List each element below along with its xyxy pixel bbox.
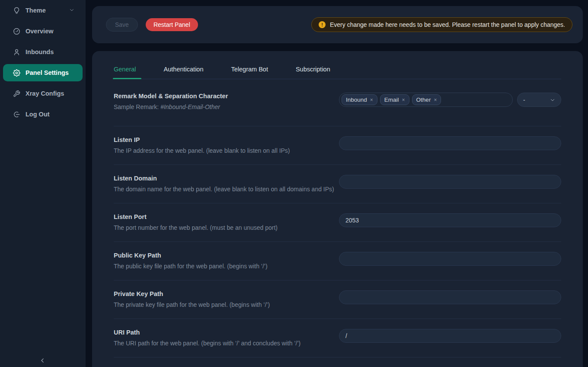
field-label: Private Key Path: [114, 290, 270, 297]
sidebar-collapse-button[interactable]: [38, 356, 48, 365]
sidebar-item-label: Log Out: [26, 111, 50, 118]
sidebar-item-label: Xray Configs: [26, 90, 64, 97]
sidebar-item-log-out[interactable]: Log Out: [0, 106, 86, 123]
sample-remark-value: #Inbound-Email-Other: [160, 103, 220, 110]
tab-telegram-bot[interactable]: Telegram Bot: [231, 61, 268, 79]
tag-label: Email: [384, 97, 399, 103]
listen-ip-input[interactable]: [339, 136, 561, 150]
field-label: Listen Port: [114, 213, 278, 220]
public-key-path-input[interactable]: [339, 252, 561, 266]
sidebar-item-panel-settings[interactable]: Panel Settings: [3, 64, 83, 81]
restart-panel-button[interactable]: Restart Panel: [146, 18, 198, 31]
listen-port-input[interactable]: [339, 213, 561, 227]
sidebar-item-label: Theme: [26, 7, 46, 14]
field-label: URI Path: [114, 329, 300, 336]
field-label: Remark Model & Separation Character: [114, 93, 228, 100]
form-row-private-key-path: Private Key Path The private key file pa…: [114, 280, 561, 319]
field-description: The IP address for the web panel. (leave…: [114, 147, 290, 154]
wrench-icon: [13, 90, 20, 97]
sidebar-item-theme[interactable]: Theme: [0, 2, 86, 19]
sidebar-item-label: Overview: [26, 28, 54, 35]
separator-select-value: -: [523, 97, 525, 103]
chevron-down-icon: [69, 7, 74, 14]
chevron-left-icon: [40, 357, 46, 364]
tab-subscription[interactable]: Subscription: [296, 61, 330, 79]
form-row-listen-port: Listen Port The port number for the web …: [114, 203, 561, 242]
toolbar: Save Restart Panel ! Every change made h…: [92, 6, 583, 43]
user-icon: [13, 48, 20, 56]
sidebar-item-overview[interactable]: Overview: [0, 23, 86, 40]
tag-close-icon[interactable]: ×: [434, 97, 437, 103]
field-description: Sample Remark: #Inbound-Email-Other: [114, 103, 228, 110]
field-description: The port number for the web panel. (must…: [114, 224, 278, 231]
field-label: Listen Domain: [114, 175, 334, 182]
alert-text: Every change made here needs to be saved…: [330, 21, 565, 28]
sidebar-item-label: Inbounds: [26, 48, 54, 55]
gear-icon: [13, 69, 20, 77]
tag-email: Email×: [380, 94, 409, 105]
form-row-remark-model: Remark Model & Separation Character Samp…: [114, 79, 561, 126]
tab-authentication[interactable]: Authentication: [164, 61, 204, 79]
tag-other: Other×: [412, 94, 441, 105]
sample-remark-prefix: Sample Remark:: [114, 103, 160, 110]
field-label: Listen IP: [114, 136, 290, 143]
form-row-listen-domain: Listen Domain The domain name for the we…: [114, 165, 561, 203]
save-button[interactable]: Save: [106, 18, 138, 32]
content-area: Save Restart Panel ! Every change made h…: [86, 0, 588, 367]
restart-warning-alert: ! Every change made here needs to be sav…: [311, 17, 572, 32]
remark-model-tags-input[interactable]: Inbound× Email× Other×: [339, 93, 513, 107]
tag-label: Other: [416, 97, 431, 103]
dashboard-icon: [13, 28, 20, 35]
form-row-uri-path: URI Path The URI path for the web panel.…: [114, 319, 561, 357]
tag-label: Inbound: [346, 97, 367, 103]
sidebar: Theme Overview Inbounds Panel Settings X…: [0, 0, 86, 367]
warning-icon: !: [319, 21, 326, 28]
tag-close-icon[interactable]: ×: [402, 97, 405, 103]
sidebar-item-xray-configs[interactable]: Xray Configs: [0, 85, 86, 102]
field-description: The domain name for the web panel. (leav…: [114, 186, 334, 193]
logout-icon: [13, 111, 20, 118]
separator-select[interactable]: -: [517, 93, 561, 107]
sidebar-item-inbounds[interactable]: Inbounds: [0, 43, 86, 61]
uri-path-input[interactable]: [339, 329, 561, 343]
field-label: Public Key Path: [114, 252, 268, 259]
sidebar-item-label: Panel Settings: [26, 69, 69, 76]
form-row-listen-ip: Listen IP The IP address for the web pan…: [114, 126, 561, 165]
tab-general[interactable]: General: [114, 61, 136, 79]
field-description: The URI path for the web panel. (begins …: [114, 340, 300, 347]
lightbulb-icon: [13, 7, 20, 14]
chevron-down-icon: [550, 97, 555, 103]
panel-settings-card: General Authentication Telegram Bot Subs…: [92, 51, 583, 367]
private-key-path-input[interactable]: [339, 290, 561, 304]
settings-tabs: General Authentication Telegram Bot Subs…: [114, 61, 561, 79]
tag-close-icon[interactable]: ×: [370, 97, 373, 103]
field-description: The public key file path for the web pan…: [114, 263, 268, 270]
form-row-public-key-path: Public Key Path The public key file path…: [114, 242, 561, 280]
tag-inbound: Inbound×: [342, 94, 377, 105]
listen-domain-input[interactable]: [339, 175, 561, 189]
field-description: The private key file path for the web pa…: [114, 301, 270, 308]
